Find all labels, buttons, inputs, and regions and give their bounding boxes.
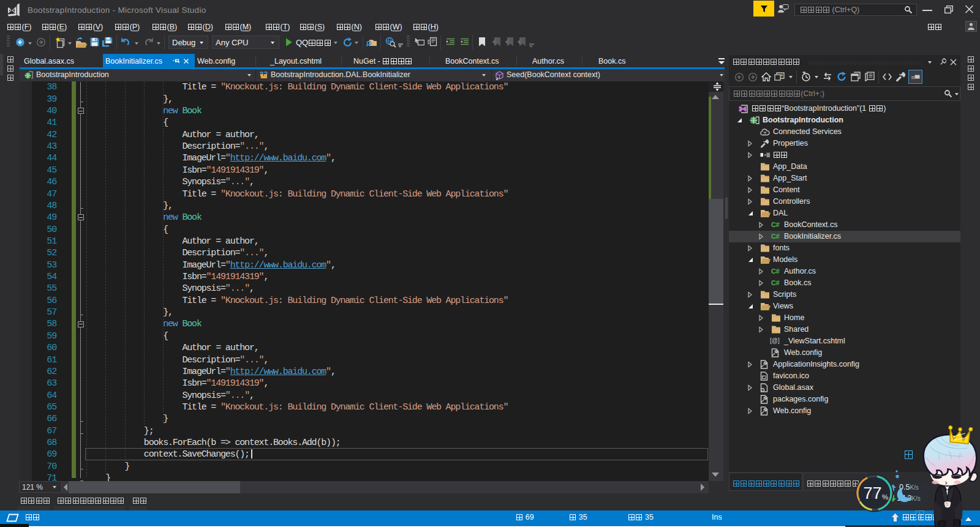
svg-text:77: 77 [864,484,882,503]
svg-text:%: % [882,493,888,501]
